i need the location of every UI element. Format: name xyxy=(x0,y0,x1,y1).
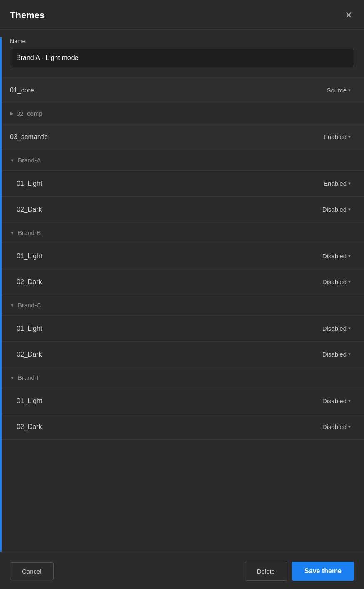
group-name-label: 02_comp xyxy=(17,110,42,117)
cancel-button[interactable]: Cancel xyxy=(10,562,54,580)
dropdown-arrow-icon: ▾ xyxy=(348,424,351,429)
dropdown-arrow-icon: ▾ xyxy=(348,181,351,186)
token-name-label: 01_Light xyxy=(17,325,42,332)
group-name-label: Brand-A xyxy=(18,157,41,164)
status-dropdown-disabled[interactable]: Disabled ▾ xyxy=(319,251,354,261)
name-section: Name xyxy=(0,30,364,77)
save-theme-button[interactable]: Save theme xyxy=(292,562,354,581)
token-name-label: 01_core xyxy=(10,87,34,94)
group-header[interactable]: ▼Brand-B xyxy=(0,222,364,243)
group-name-label: Brand-I xyxy=(18,374,38,381)
group-name-label: Brand-C xyxy=(18,302,41,309)
modal-title: Themes xyxy=(10,10,45,21)
footer-right-buttons: Delete Save theme xyxy=(245,562,354,581)
status-dropdown-disabled[interactable]: Disabled ▾ xyxy=(319,396,354,406)
status-label: Disabled xyxy=(322,206,347,213)
token-row: 03_semanticEnabled ▾ xyxy=(0,124,364,150)
status-label: Disabled xyxy=(322,423,347,430)
status-label: Disabled xyxy=(322,351,347,358)
status-dropdown-disabled[interactable]: Disabled ▾ xyxy=(319,422,354,432)
group-header[interactable]: ▼Brand-I xyxy=(0,367,364,388)
dropdown-arrow-icon: ▾ xyxy=(348,352,351,357)
status-label: Disabled xyxy=(322,278,347,285)
token-name-label: 02_Dark xyxy=(17,351,42,358)
dropdown-arrow-icon: ▾ xyxy=(348,87,351,93)
token-name-label: 02_Dark xyxy=(17,423,42,431)
token-name-label: 02_Dark xyxy=(17,206,42,213)
close-button[interactable]: ✕ xyxy=(343,9,354,22)
status-label: Disabled xyxy=(322,252,347,260)
chevron-right-icon: ▶ xyxy=(10,111,13,116)
status-label: Disabled xyxy=(322,397,347,404)
token-name-label: 01_Light xyxy=(17,252,42,260)
status-label: Enabled xyxy=(324,133,347,140)
token-row: 01_coreSource ▾ xyxy=(0,77,364,103)
dropdown-arrow-icon: ▾ xyxy=(348,253,351,259)
token-name-label: 03_semantic xyxy=(10,133,48,141)
left-accent-bar xyxy=(0,37,2,552)
token-row: 01_LightDisabled ▾ xyxy=(0,316,364,342)
token-row: 02_DarkDisabled ▾ xyxy=(0,342,364,367)
group-header[interactable]: ▶02_comp xyxy=(0,103,364,124)
token-row: 01_LightDisabled ▾ xyxy=(0,243,364,269)
token-name-label: 02_Dark xyxy=(17,278,42,286)
token-row: 02_DarkDisabled ▾ xyxy=(0,269,364,295)
token-row: 01_LightEnabled ▾ xyxy=(0,171,364,197)
status-label: Source xyxy=(327,87,347,94)
dropdown-arrow-icon: ▾ xyxy=(348,326,351,331)
chevron-down-icon: ▼ xyxy=(10,375,15,380)
name-input[interactable] xyxy=(10,49,354,67)
token-list: 01_coreSource ▾▶02_comp03_semanticEnable… xyxy=(0,77,364,553)
group-header[interactable]: ▼Brand-C xyxy=(0,295,364,316)
modal-footer: Cancel Delete Save theme xyxy=(0,553,364,589)
token-name-label: 01_Light xyxy=(17,180,42,187)
status-label: Enabled xyxy=(324,180,347,187)
themes-modal: Themes ✕ Name 01_coreSource ▾▶02_comp03_… xyxy=(0,0,364,589)
name-label: Name xyxy=(10,38,354,45)
chevron-down-icon: ▼ xyxy=(10,230,15,235)
token-name-label: 01_Light xyxy=(17,397,42,405)
modal-header: Themes ✕ xyxy=(0,0,364,30)
token-row: 02_DarkDisabled ▾ xyxy=(0,197,364,222)
dropdown-arrow-icon: ▾ xyxy=(348,279,351,285)
group-name-label: Brand-B xyxy=(18,229,41,236)
token-row: 02_DarkDisabled ▾ xyxy=(0,414,364,440)
token-row: 01_LightDisabled ▾ xyxy=(0,388,364,414)
status-dropdown-source[interactable]: Source ▾ xyxy=(323,85,354,95)
status-dropdown-disabled[interactable]: Disabled ▾ xyxy=(319,277,354,287)
status-dropdown-disabled[interactable]: Disabled ▾ xyxy=(319,349,354,359)
status-dropdown-enabled[interactable]: Enabled ▾ xyxy=(320,178,354,189)
chevron-down-icon: ▼ xyxy=(10,158,15,163)
status-dropdown-disabled[interactable]: Disabled ▾ xyxy=(319,204,354,215)
status-dropdown-enabled[interactable]: Enabled ▾ xyxy=(320,132,354,142)
dropdown-arrow-icon: ▾ xyxy=(348,207,351,212)
status-dropdown-disabled[interactable]: Disabled ▾ xyxy=(319,323,354,334)
delete-button[interactable]: Delete xyxy=(245,562,287,581)
status-label: Disabled xyxy=(322,325,347,332)
dropdown-arrow-icon: ▾ xyxy=(348,398,351,404)
group-header[interactable]: ▼Brand-A xyxy=(0,150,364,171)
chevron-down-icon: ▼ xyxy=(10,303,15,308)
dropdown-arrow-icon: ▾ xyxy=(348,134,351,140)
